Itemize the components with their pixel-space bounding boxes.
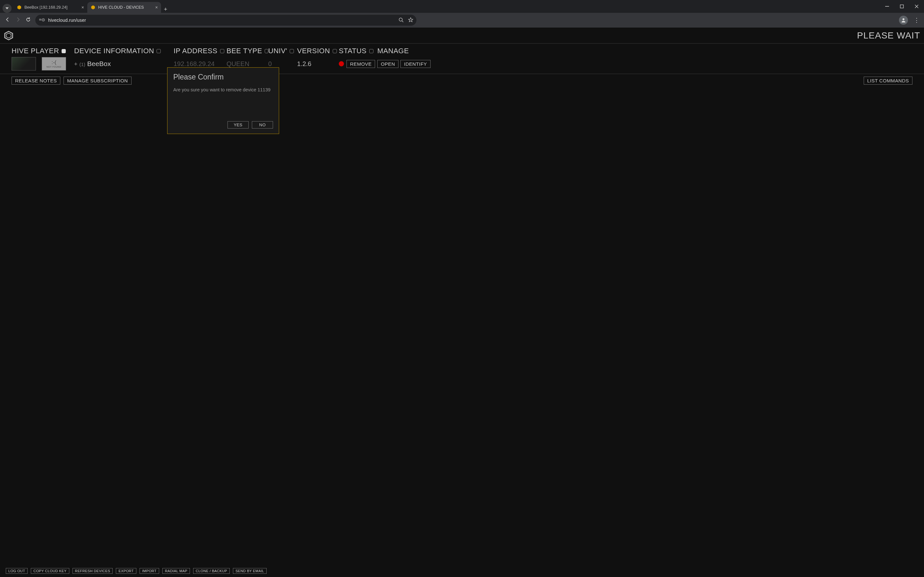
tab-search-dropdown[interactable]: [3, 4, 11, 13]
bookmark-icon[interactable]: [408, 17, 413, 23]
checkbox-icon[interactable]: [333, 49, 337, 53]
open-button[interactable]: OPEN: [377, 60, 399, 68]
browser-tab-1[interactable]: HIVE CLOUD - DEVICES ×: [87, 2, 161, 13]
profile-icon[interactable]: [899, 16, 908, 25]
new-tab-button[interactable]: +: [161, 6, 170, 13]
forward-icon: [15, 17, 21, 23]
window-close-button[interactable]: [909, 0, 924, 13]
col-ip: IP ADDRESS: [174, 47, 226, 55]
zoom-icon[interactable]: [399, 17, 404, 23]
log-out-button[interactable]: LOG OUT: [6, 568, 27, 574]
manage-subscription-button[interactable]: MANAGE SUBSCRIPTION: [63, 77, 131, 85]
remove-button[interactable]: REMOVE: [347, 60, 375, 68]
export-button[interactable]: EXPORT: [116, 568, 136, 574]
send-by-email-button[interactable]: SEND BY EMAIL: [233, 568, 267, 574]
svg-marker-11: [5, 31, 13, 39]
not-found-label: NOT FOUND: [47, 66, 61, 68]
refresh-devices-button[interactable]: REFRESH DEVICES: [73, 568, 113, 574]
device-univ: 0: [268, 60, 297, 68]
status-indicator-icon: [339, 61, 344, 66]
sad-face-icon: :-(: [51, 60, 56, 65]
device-bee-type: QUEEN: [226, 60, 268, 68]
list-commands-button[interactable]: LIST COMMANDS: [864, 77, 913, 85]
col-status: STATUS: [339, 47, 377, 55]
url-text: hivecloud.run/user: [48, 18, 86, 23]
svg-rect-5: [39, 20, 41, 20]
checkbox-icon[interactable]: [290, 49, 294, 53]
radial-map-button[interactable]: RADIAL MAP: [162, 568, 190, 574]
browser-tab-title: BeeBox [192.168.29.24]: [24, 5, 67, 10]
hive-favicon-icon: [17, 5, 22, 10]
dialog-title: Please Confirm: [173, 73, 273, 81]
col-manage: MANAGE: [377, 47, 435, 55]
browser-tab-0[interactable]: BeeBox [192.168.29.24] ×: [13, 2, 87, 13]
checkbox-icon[interactable]: [220, 49, 224, 53]
close-icon[interactable]: ×: [81, 5, 84, 10]
device-name-cell[interactable]: + (1) BeeBox: [74, 60, 174, 68]
copy-cloud-key-button[interactable]: COPY CLOUD KEY: [31, 568, 69, 574]
svg-point-8: [399, 18, 402, 21]
checkbox-icon[interactable]: [265, 49, 268, 53]
dialog-message: Are you sure you want to remove device 1…: [173, 87, 273, 92]
svg-marker-1: [91, 5, 95, 9]
checkbox-icon[interactable]: [61, 49, 66, 53]
identify-button[interactable]: IDENTIFY: [401, 60, 431, 68]
svg-line-9: [402, 21, 403, 22]
device-thumbnail[interactable]: [11, 57, 36, 71]
hive-favicon-icon: [90, 5, 95, 10]
device-name: BeeBox: [87, 60, 111, 68]
window-maximize-button[interactable]: [895, 0, 909, 13]
import-button[interactable]: IMPORT: [140, 568, 159, 574]
svg-rect-2: [885, 6, 889, 7]
release-notes-button[interactable]: RELEASE NOTES: [11, 77, 60, 85]
confirm-no-button[interactable]: NO: [252, 121, 273, 129]
col-univ: UNIV': [268, 47, 297, 55]
col-version: VERSION: [297, 47, 339, 55]
close-icon[interactable]: ×: [155, 5, 158, 10]
confirm-yes-button[interactable]: YES: [228, 121, 249, 129]
confirm-dialog: Please Confirm Are you sure you want to …: [167, 67, 279, 134]
col-device-info: DEVICE INFORMATION: [74, 47, 174, 55]
brand-logo-icon: [4, 31, 13, 40]
device-version: 1.2.6: [297, 60, 339, 68]
svg-marker-0: [17, 5, 21, 9]
clone-backup-button[interactable]: CLONE / BACKUP: [193, 568, 230, 574]
col-hive-player: HIVE PLAYER: [11, 47, 74, 55]
window-minimize-button[interactable]: [880, 0, 895, 13]
site-info-icon[interactable]: [39, 18, 45, 23]
svg-marker-12: [6, 33, 11, 38]
reload-icon[interactable]: [25, 17, 31, 23]
page-status-text: PLEASE WAIT: [857, 31, 920, 41]
device-count: (1): [79, 61, 86, 67]
device-ip: 192.168.29.24: [174, 60, 226, 68]
checkbox-icon[interactable]: [369, 49, 373, 53]
back-icon[interactable]: [5, 17, 11, 23]
browser-tab-title: HIVE CLOUD - DEVICES: [98, 5, 144, 10]
svg-point-10: [903, 18, 905, 20]
address-bar[interactable]: hivecloud.run/user: [35, 15, 417, 26]
svg-rect-3: [900, 5, 903, 8]
col-bee-type: BEE TYPE: [226, 47, 268, 55]
device-thumbnail-missing[interactable]: :-( NOT FOUND: [42, 57, 66, 71]
checkbox-icon[interactable]: [157, 49, 161, 53]
browser-menu-icon[interactable]: ⋮: [914, 17, 919, 24]
device-row: :-( NOT FOUND + (1) BeeBox 192.168.29.24…: [0, 55, 924, 74]
expand-icon[interactable]: +: [74, 61, 78, 68]
